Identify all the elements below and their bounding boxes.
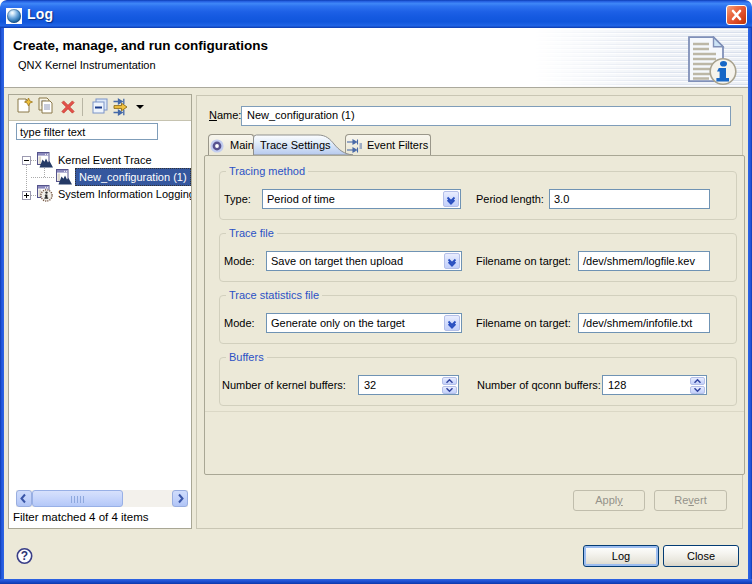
svg-text:?: ? <box>21 549 28 563</box>
